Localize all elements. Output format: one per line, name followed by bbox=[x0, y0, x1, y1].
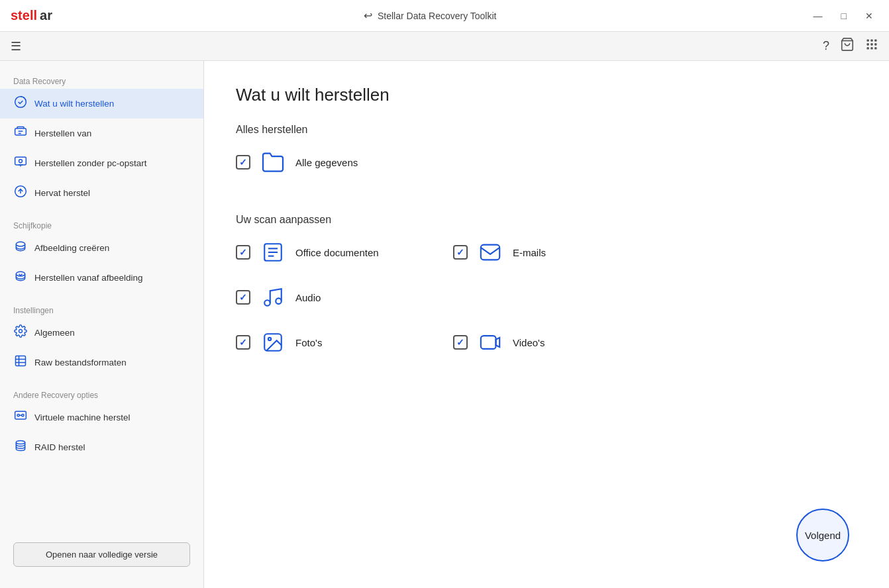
sidebar-item-herstellen-van[interactable]: Herstellen van bbox=[0, 119, 203, 148]
section-title-data-recovery: Data Recovery bbox=[0, 72, 203, 89]
sidebar-item-label: Hervat herstel bbox=[34, 188, 90, 198]
checkbox-audio[interactable] bbox=[236, 290, 250, 305]
title-bar: stellar ↩ Stellar Data Recovery Toolkit … bbox=[0, 0, 889, 32]
checkbox-emails[interactable] bbox=[453, 245, 468, 260]
scan-aanpassen-section: Uw scan aanpassen Office documenten bbox=[236, 214, 857, 373]
svg-point-37 bbox=[268, 338, 271, 340]
algemeen-icon bbox=[13, 324, 28, 341]
next-button[interactable]: Volgend bbox=[796, 509, 849, 562]
hamburger-menu-icon[interactable]: ☰ bbox=[11, 39, 21, 54]
title-bar-center: ↩ Stellar Data Recovery Toolkit bbox=[364, 9, 496, 22]
audio-icon bbox=[262, 286, 284, 309]
office-icon-wrap bbox=[258, 238, 288, 267]
svg-point-28 bbox=[16, 441, 25, 444]
sidebar-item-afbeelding-creeren[interactable]: Afbeelding creëren bbox=[0, 233, 203, 263]
app-body: Data Recovery Wat u wilt herstellen Hers… bbox=[0, 61, 889, 588]
fotos-icon-wrap bbox=[258, 328, 288, 357]
svg-rect-21 bbox=[16, 356, 26, 366]
sidebar-item-label: Raw bestandsformaten bbox=[34, 358, 127, 368]
app-title: Stellar Data Recovery Toolkit bbox=[378, 11, 496, 21]
office-icon bbox=[262, 241, 284, 264]
svg-point-27 bbox=[22, 415, 24, 416]
sidebar-item-label: Afbeelding creëren bbox=[34, 243, 109, 253]
option-fotos: Foto's bbox=[236, 328, 421, 357]
next-button-wrap: Volgend bbox=[796, 509, 849, 562]
svg-rect-14 bbox=[15, 157, 26, 165]
svg-rect-8 bbox=[870, 47, 872, 49]
virtuele-machine-icon bbox=[13, 409, 28, 426]
svg-point-34 bbox=[264, 300, 270, 306]
sidebar-item-hervat-herstel[interactable]: Hervat herstel bbox=[0, 178, 203, 208]
sidebar-item-label: Herstellen van bbox=[34, 128, 91, 138]
maximize-button[interactable]: □ bbox=[836, 8, 852, 24]
sidebar-item-label: RAID herstel bbox=[34, 442, 85, 452]
main-content: Wat u wilt herstellen Alles herstellen A… bbox=[204, 61, 889, 588]
raid-herstel-icon bbox=[13, 439, 28, 456]
sidebar-item-raid-herstel[interactable]: RAID herstel bbox=[0, 432, 203, 462]
alles-section-title: Alles herstellen bbox=[236, 124, 857, 136]
checkbox-alle-gegevens[interactable] bbox=[236, 155, 250, 170]
svg-point-20 bbox=[19, 330, 23, 333]
logo-ar: ar bbox=[40, 8, 52, 23]
checkbox-fotos[interactable] bbox=[236, 335, 250, 350]
sidebar: Data Recovery Wat u wilt herstellen Hers… bbox=[0, 61, 204, 588]
audio-label: Audio bbox=[295, 292, 321, 303]
logo-star: stell bbox=[11, 8, 37, 23]
photo-icon bbox=[262, 331, 284, 354]
sidebar-item-wat-herstellen[interactable]: Wat u wilt herstellen bbox=[0, 89, 203, 119]
cart-icon[interactable] bbox=[840, 37, 855, 55]
raw-formaten-icon bbox=[13, 354, 28, 371]
svg-rect-7 bbox=[867, 47, 869, 49]
sidebar-item-raw-formaten[interactable]: Raw bestandsformaten bbox=[0, 348, 203, 377]
audio-icon-wrap bbox=[258, 283, 288, 312]
fotos-label: Foto's bbox=[295, 337, 322, 348]
svg-point-35 bbox=[276, 298, 282, 304]
sidebar-item-label: Wat u wilt herstellen bbox=[34, 99, 114, 109]
office-label: Office documenten bbox=[295, 247, 379, 258]
checkbox-videos[interactable] bbox=[453, 335, 468, 350]
alles-herstellen-section: Alles herstellen Alle gegevens bbox=[236, 124, 857, 193]
sidebar-item-algemeen[interactable]: Algemeen bbox=[0, 318, 203, 348]
sidebar-item-herstellen-zonder[interactable]: Herstellen zonder pc-opstart bbox=[0, 148, 203, 178]
scan-row-1: Office documenten E-mails bbox=[236, 238, 857, 328]
videos-label: Video's bbox=[513, 337, 545, 348]
apps-grid-icon[interactable] bbox=[865, 38, 878, 54]
emails-label: E-mails bbox=[513, 247, 546, 258]
open-full-version-button[interactable]: Openen naar volledige versie bbox=[13, 542, 190, 567]
sidebar-item-label: Virtuele machine herstel bbox=[34, 413, 131, 422]
svg-rect-5 bbox=[870, 43, 872, 45]
sidebar-item-label: Herstellen zonder pc-opstart bbox=[34, 158, 147, 168]
option-videos: Video's bbox=[453, 328, 639, 357]
svg-rect-3 bbox=[874, 40, 876, 42]
scan-row-2: Foto's Video's bbox=[236, 328, 857, 373]
svg-point-26 bbox=[17, 415, 19, 416]
herstellen-zonder-icon bbox=[13, 155, 28, 172]
svg-rect-9 bbox=[874, 47, 876, 49]
option-emails: E-mails bbox=[453, 238, 639, 267]
sidebar-item-label: Algemeen bbox=[34, 328, 75, 338]
herstellen-afbeelding-icon bbox=[13, 270, 28, 286]
sidebar-item-virtuele-machine[interactable]: Virtuele machine herstel bbox=[0, 403, 203, 432]
email-icon bbox=[479, 241, 501, 264]
title-bar-left: stellar bbox=[11, 8, 52, 23]
afbeelding-creeren-icon bbox=[13, 240, 28, 256]
svg-rect-38 bbox=[481, 336, 496, 349]
herstellen-van-icon bbox=[13, 125, 28, 142]
close-button[interactable]: ✕ bbox=[860, 8, 878, 24]
toolbar-left: ☰ bbox=[11, 39, 21, 54]
minimize-button[interactable]: — bbox=[808, 8, 828, 24]
svg-rect-6 bbox=[874, 43, 876, 45]
help-icon[interactable]: ? bbox=[823, 39, 829, 53]
checkbox-office[interactable] bbox=[236, 245, 250, 260]
section-title-instellingen: Instellingen bbox=[0, 301, 203, 318]
svg-point-18 bbox=[16, 242, 25, 246]
page-title: Wat u wilt herstellen bbox=[236, 85, 857, 105]
sidebar-bottom: Openen naar volledige versie bbox=[0, 532, 203, 577]
alle-gegevens-icon-wrap bbox=[258, 148, 288, 177]
svg-rect-4 bbox=[867, 43, 869, 45]
wat-herstellen-icon bbox=[13, 95, 28, 112]
svg-rect-11 bbox=[15, 128, 26, 135]
svg-rect-2 bbox=[870, 40, 872, 42]
sidebar-item-herstellen-afbeelding[interactable]: Herstellen vanaf afbeelding bbox=[0, 263, 203, 293]
toolbar-right: ? bbox=[823, 37, 878, 55]
